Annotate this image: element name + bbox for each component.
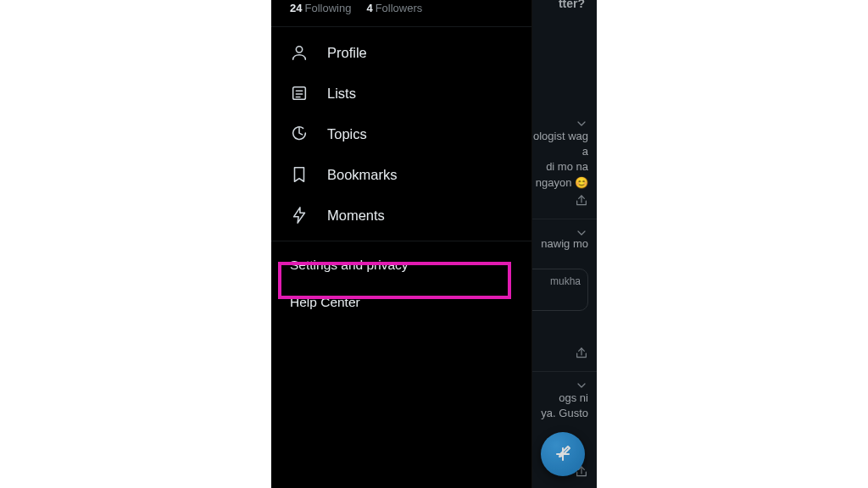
bg-header-text-fragment: tter? — [559, 0, 585, 10]
primary-menu: Profile Lists Topics — [271, 27, 531, 241]
menu-label: Bookmarks — [327, 167, 398, 183]
svg-marker-5 — [294, 208, 305, 223]
lists-icon — [290, 84, 309, 103]
menu-item-moments[interactable]: Moments — [271, 195, 531, 236]
tweet-line: a — [533, 144, 588, 159]
topics-icon — [290, 125, 309, 143]
menu-item-lists[interactable]: Lists — [271, 73, 531, 114]
menu-item-settings-privacy[interactable]: Settings and privacy — [271, 247, 531, 284]
secondary-menu: Settings and privacy Help Center — [271, 241, 531, 326]
followers-count: 4 — [366, 2, 372, 14]
menu-item-bookmarks[interactable]: Bookmarks — [271, 154, 531, 195]
tweet-text-fragment: ologist wag a di mo na ngayon 😊 — [533, 129, 588, 191]
followers-stat[interactable]: 4Followers — [366, 2, 422, 14]
menu-item-profile[interactable]: Profile — [271, 32, 531, 73]
following-label: Following — [304, 2, 351, 14]
tweet-line: di mo na — [533, 159, 588, 175]
menu-item-topics[interactable]: Topics — [271, 114, 531, 154]
following-count: 24 — [290, 2, 302, 14]
tweet-line: ngayon 😊 — [533, 175, 588, 191]
menu-label: Help Center — [290, 295, 360, 309]
menu-label: Lists — [327, 86, 356, 102]
stage: tter? ologist wag a di mo na ngayon 😊 — [0, 0, 868, 488]
profile-icon — [290, 43, 309, 62]
menu-item-help-center[interactable]: Help Center — [271, 284, 531, 321]
tweet-line: ya. Gusto — [541, 406, 588, 421]
tweet-line: nawig mo — [541, 236, 588, 252]
svg-point-0 — [296, 47, 302, 53]
navigation-drawer: 24Following 4Followers Profile — [271, 0, 532, 488]
bookmarks-icon — [290, 165, 309, 184]
moments-icon — [290, 206, 309, 225]
follow-stats: 24Following 4Followers — [271, 0, 531, 26]
share-icon[interactable] — [575, 347, 588, 364]
menu-label: Settings and privacy — [290, 258, 409, 272]
tweet-line: mukha — [530, 274, 581, 289]
share-icon[interactable] — [575, 194, 588, 212]
menu-label: Topics — [327, 126, 367, 142]
menu-label: Moments — [327, 208, 385, 224]
compose-tweet-button[interactable] — [541, 432, 585, 476]
menu-label: Profile — [327, 45, 367, 61]
following-stat[interactable]: 24Following — [290, 2, 351, 14]
tweet-text-fragment: ogs ni ya. Gusto — [541, 391, 588, 421]
phone-screenshot: tter? ologist wag a di mo na ngayon 😊 — [271, 0, 597, 488]
tweet-line: ogs ni — [541, 391, 588, 406]
tweet-line: ologist wag — [533, 129, 588, 144]
followers-label: Followers — [376, 2, 423, 14]
tweet-text-fragment: nawig mo — [541, 236, 588, 252]
